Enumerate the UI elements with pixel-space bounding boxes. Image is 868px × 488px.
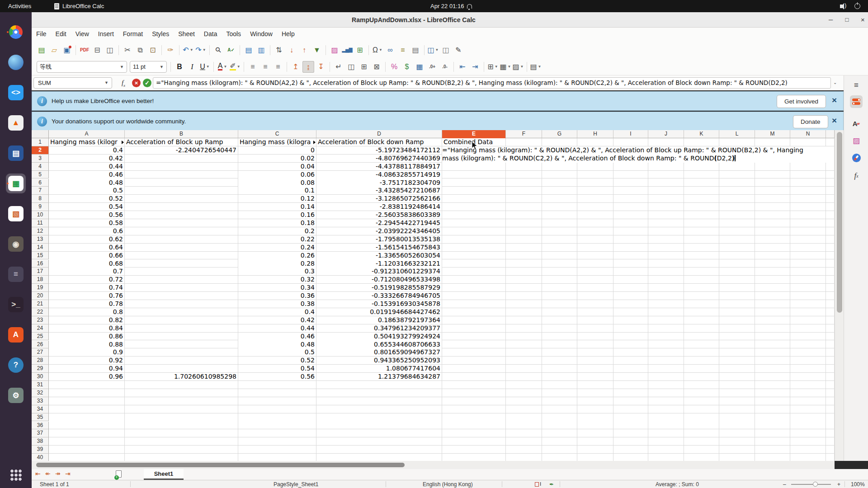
align-left-icon[interactable]: ≡ (247, 61, 259, 73)
row-header-11[interactable]: 11 (32, 219, 49, 227)
row-header-6[interactable]: 6 (32, 179, 49, 187)
row-header-19[interactable]: 19 (32, 284, 49, 292)
column-header-L[interactable]: L (719, 130, 755, 138)
clone-formatting-icon[interactable]: ✑ (165, 44, 176, 56)
row-header-38[interactable]: 38 (32, 437, 49, 446)
cell-C30[interactable]: 0.56 (238, 373, 316, 380)
sort-ascending-icon[interactable]: ↓ (286, 44, 297, 56)
page-style-label[interactable]: PageStyle_Sheet1 (274, 481, 318, 488)
cell-D2[interactable]: -5.19723484172112 (316, 146, 442, 154)
row-header-31[interactable]: 31 (32, 381, 49, 389)
row-header-33[interactable]: 33 (32, 397, 49, 405)
insert-column-icon[interactable]: ▥ (255, 44, 267, 56)
row-header-17[interactable]: 17 (32, 267, 49, 276)
new-document-icon[interactable]: ▤ (36, 44, 47, 56)
cell-D21[interactable]: -0.153916930345878 (316, 300, 442, 308)
insert-comment-icon[interactable]: ≡ (397, 44, 409, 56)
conditional-formatting-icon[interactable]: ▤▼ (530, 61, 542, 73)
maximize-button[interactable]: □ (843, 16, 851, 24)
cell-C16[interactable]: 0.28 (238, 260, 316, 267)
menu-tools[interactable]: Tools (222, 28, 245, 40)
row-header-16[interactable]: 16 (32, 260, 49, 268)
special-character-icon[interactable]: Ω▼ (372, 44, 383, 56)
cell-C6[interactable]: 0.08 (238, 179, 316, 187)
formula-input[interactable]: ="Hanging mass (kilogram): " & ROUND(A2,… (153, 77, 831, 89)
row-header-24[interactable]: 24 (32, 324, 49, 333)
borders-icon[interactable]: ⊞▼ (487, 61, 499, 73)
cell-D30[interactable]: 1.21379684634287 (316, 373, 442, 380)
row-header-20[interactable]: 20 (32, 292, 49, 300)
cell-D7[interactable]: -3.43285427210687 (316, 187, 442, 194)
dock-item-libreoffice-impress[interactable]: ▧ (6, 204, 26, 224)
horizontal-scrollbar-thumb[interactable] (36, 463, 405, 467)
cell-D19[interactable]: -0.519198285587929 (316, 284, 442, 291)
header-cell-C1[interactable]: Hanging mass (kilogra (238, 138, 316, 146)
name-box[interactable]: SUM▼ (33, 77, 112, 89)
focused-app-menu[interactable]: LibreOffice Calc (54, 0, 104, 12)
freeze-panes-icon[interactable]: ◫▼ (427, 44, 439, 56)
dock-item-files[interactable]: ≡ (6, 264, 26, 284)
cell-C12[interactable]: 0.2 (238, 227, 316, 235)
align-bottom-icon[interactable]: ↧ (315, 61, 327, 73)
cell-D15[interactable]: -1.33656052603054 (316, 252, 442, 259)
row-header-34[interactable]: 34 (32, 405, 49, 413)
undo-icon[interactable]: ↶▼ (182, 44, 194, 56)
dock-item-settings[interactable]: ⚙ (6, 385, 26, 405)
header-cell-A1[interactable]: Hanging mass (kilogr (49, 138, 124, 146)
menu-view[interactable]: View (71, 28, 94, 40)
italic-icon[interactable]: I (186, 61, 198, 73)
cell-B2[interactable]: -2.2404726540447 (125, 146, 238, 154)
zoom-level-label[interactable]: 100% (851, 481, 865, 488)
next-sheet-icon[interactable]: ↠ (55, 470, 61, 477)
language-label[interactable]: English (Hong Kong) (423, 481, 473, 488)
show-applications-button[interactable] (6, 465, 26, 485)
menu-styles[interactable]: Styles (147, 28, 174, 40)
header-cell-D1[interactable]: Acceleration of Block down Ramp (316, 138, 442, 146)
increase-indent-icon[interactable]: ⇥ (469, 61, 481, 73)
cell-C3[interactable]: 0.02 (238, 155, 316, 162)
cancel-edit-button[interactable]: × (132, 79, 141, 87)
row-header-10[interactable]: 10 (32, 211, 49, 219)
center-vertically-icon[interactable]: ↨ (302, 61, 314, 73)
unmerge-cells-icon[interactable]: ⊠ (371, 61, 382, 73)
merge-cells-icon[interactable]: ⊞ (358, 61, 370, 73)
close-infobar-icon[interactable]: × (832, 116, 837, 126)
cell-C27[interactable]: 0.5 (238, 348, 316, 356)
vertical-scrollbar[interactable] (835, 130, 844, 461)
cell-C26[interactable]: 0.48 (238, 341, 316, 348)
cell-C13[interactable]: 0.22 (238, 235, 316, 243)
row-header-4[interactable]: 4 (32, 163, 49, 171)
row-header-26[interactable]: 26 (32, 341, 49, 349)
cell-D23[interactable]: 0.18638792197364 (316, 316, 442, 324)
sidebar-tab-properties[interactable] (850, 95, 863, 108)
cell-D13[interactable]: -1.79580013535138 (316, 235, 442, 243)
sidebar-tab-gallery[interactable]: ▨ (850, 134, 863, 147)
cell-A5[interactable]: 0.46 (49, 171, 124, 178)
row-header-8[interactable]: 8 (32, 195, 49, 203)
dock-item-libreoffice-writer[interactable]: ▤ (6, 143, 26, 163)
row-header-9[interactable]: 9 (32, 203, 49, 211)
row-header-13[interactable]: 13 (32, 235, 49, 244)
add-sheet-icon[interactable] (116, 470, 122, 478)
border-color-icon[interactable]: ▨▼ (512, 61, 524, 73)
export-pdf-icon[interactable]: PDF (79, 44, 90, 56)
cell-C22[interactable]: 0.4 (238, 308, 316, 316)
insert-chart-icon[interactable]: ▂▅▇ (341, 44, 353, 56)
decrease-indent-icon[interactable]: ⇤ (457, 61, 468, 73)
row-header-36[interactable]: 36 (32, 422, 49, 430)
dock-item-terminal[interactable]: >_ (6, 295, 26, 314)
column-header-C[interactable]: C (238, 130, 316, 138)
menu-window[interactable]: Window (245, 28, 277, 40)
cell-A27[interactable]: 0.9 (49, 348, 124, 356)
menu-insert[interactable]: Insert (94, 28, 118, 40)
delete-decimal-icon[interactable]: .0- (439, 61, 451, 73)
dock-item-vscode[interactable]: <> (6, 83, 26, 103)
cell-A28[interactable]: 0.92 (49, 357, 124, 364)
sidebar-tab-functions[interactable]: fx (850, 169, 863, 182)
sort-icon[interactable]: ⇅ (273, 44, 285, 56)
row-header-37[interactable]: 37 (32, 429, 49, 437)
cell-D20[interactable]: -0.333266784946705 (316, 292, 442, 300)
zoom-slider-knob[interactable] (813, 482, 818, 487)
menu-help[interactable]: Help (277, 28, 299, 40)
cell-D22[interactable]: 0.0191946684427462 (316, 308, 442, 316)
